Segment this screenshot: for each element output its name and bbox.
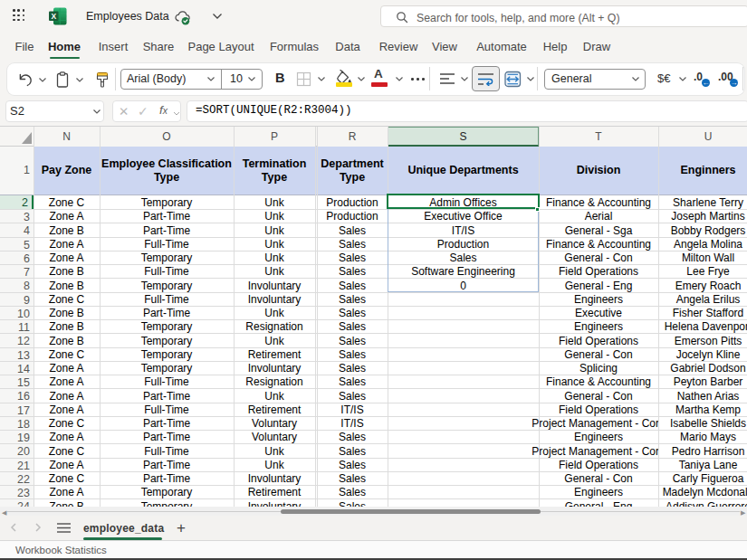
svg-text:X: X bbox=[51, 12, 56, 21]
